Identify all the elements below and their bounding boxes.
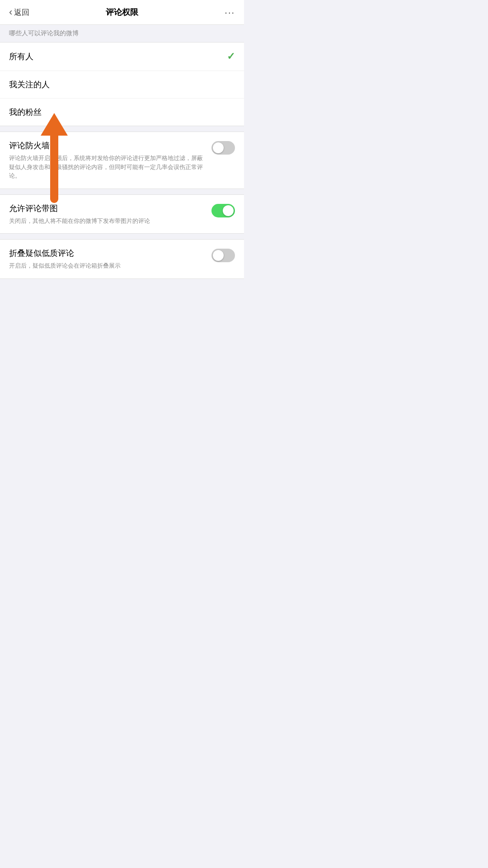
fold-low-quality-block: 折叠疑似低质评论 开启后，疑似低质评论会在评论箱折叠展示 (0, 239, 244, 279)
firewall-desc: 评论防火墙开启加强后，系统将对发给你的评论进行更加严格地过滤，屏蔽疑似人身攻击和… (9, 154, 204, 180)
firewall-toggle-knob (213, 142, 224, 153)
divider-2 (0, 189, 244, 194)
fold-low-quality-title: 折叠疑似低质评论 (9, 248, 204, 259)
option-all[interactable]: 所有人 ✓ (0, 42, 244, 71)
fold-low-quality-toggle[interactable] (211, 249, 235, 262)
fold-low-quality-toggle-knob (213, 250, 224, 261)
option-all-label: 所有人 (9, 51, 33, 62)
allow-image-title: 允许评论带图 (9, 203, 204, 214)
option-following-label: 我关注的人 (9, 79, 50, 90)
firewall-title: 评论防火墙 (9, 140, 204, 151)
comment-permission-list: 所有人 ✓ 我关注的人 我的粉丝 (0, 42, 244, 126)
header: ‹ 返回 评论权限 ··· (0, 0, 244, 25)
back-label: 返回 (14, 7, 29, 18)
divider-1 (0, 126, 244, 132)
back-chevron-icon: ‹ (9, 6, 12, 18)
divider-3 (0, 234, 244, 239)
option-following[interactable]: 我关注的人 (0, 71, 244, 99)
option-fans-label: 我的粉丝 (9, 107, 42, 118)
back-button[interactable]: ‹ 返回 (9, 6, 29, 18)
allow-image-block: 允许评论带图 关闭后，其他人将不能在你的微博下发布带图片的评论 (0, 194, 244, 234)
section-label: 哪些人可以评论我的微博 (0, 25, 244, 42)
firewall-block: 评论防火墙 评论防火墙开启加强后，系统将对发给你的评论进行更加严格地过滤，屏蔽疑… (0, 132, 244, 189)
allow-image-desc: 关闭后，其他人将不能在你的微博下发布带图片的评论 (9, 217, 204, 226)
allow-image-toggle-knob (223, 205, 234, 216)
fold-low-quality-desc: 开启后，疑似低质评论会在评论箱折叠展示 (9, 261, 204, 270)
option-fans[interactable]: 我的粉丝 (0, 99, 244, 126)
firewall-toggle[interactable] (211, 141, 235, 155)
allow-image-toggle[interactable] (211, 204, 235, 217)
more-button[interactable]: ··· (225, 7, 235, 18)
page-title: 评论权限 (106, 7, 138, 18)
selected-check-icon: ✓ (227, 51, 235, 62)
